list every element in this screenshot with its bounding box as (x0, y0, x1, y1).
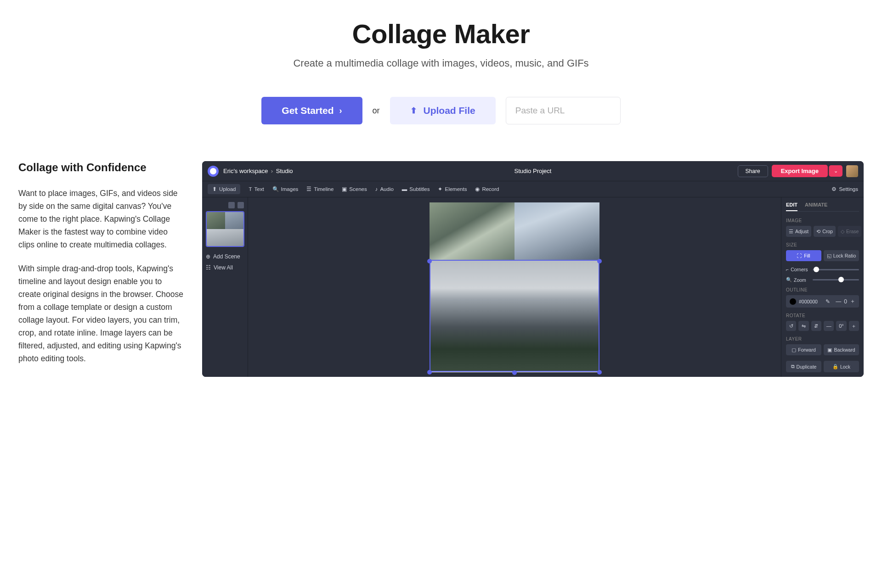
timeline-icon: ☰ (306, 186, 311, 192)
upload-file-button[interactable]: ⬆ Upload File (390, 97, 496, 124)
canvas[interactable] (430, 202, 599, 372)
add-scene-button[interactable]: ⊕Add Scene (206, 253, 244, 260)
tool-scenes[interactable]: ▣Scenes (342, 186, 367, 192)
breadcrumb-studio[interactable]: Studio (276, 168, 293, 174)
rotate-value[interactable]: 0° (836, 321, 846, 331)
scene-thumbnail[interactable] (206, 211, 244, 247)
size-section-label: SIZE (786, 242, 859, 247)
canvas-image-1[interactable] (430, 202, 514, 260)
lock-ratio-button[interactable]: ◱Lock Ratio (824, 250, 859, 261)
backward-icon: ▣ (827, 347, 832, 353)
breadcrumb[interactable]: Eric's workspace › Studio (223, 168, 293, 174)
tab-edit[interactable]: EDIT (786, 202, 797, 211)
zoom-label: Zoom (794, 277, 806, 283)
section-heading: Collage with Confidence (18, 161, 184, 174)
corners-slider[interactable] (813, 269, 859, 270)
body-paragraph-2: With simple drag-and-drop tools, Kapwing… (18, 262, 184, 365)
crop-button[interactable]: ⟲Crop (814, 226, 836, 237)
fill-icon: ⛶ (797, 253, 802, 258)
upload-icon: ⬆ (212, 186, 217, 192)
copy-icon[interactable] (228, 202, 235, 208)
body-paragraph-1: Want to place images, GIFs, and videos s… (18, 187, 184, 251)
view-all-button[interactable]: ☷View All (206, 264, 244, 271)
export-dropdown[interactable]: ⌄ (829, 165, 842, 177)
resize-handle[interactable] (597, 370, 602, 375)
editor-screenshot: Eric's workspace › Studio Studio Project… (202, 161, 864, 377)
search-icon: 🔍 (272, 186, 279, 192)
scenes-icon: ▣ (342, 186, 347, 192)
lock-button[interactable]: 🔒Lock (824, 361, 859, 372)
zoom-slider[interactable] (813, 279, 859, 280)
subtitles-icon: ▬ (402, 186, 407, 192)
corners-label: Corners (791, 267, 808, 272)
page-subtitle: Create a multimedia collage with images,… (14, 57, 868, 69)
tool-text[interactable]: TText (249, 186, 264, 192)
rotate-section-label: ROTATE (786, 313, 859, 318)
avatar[interactable] (846, 165, 858, 177)
corners-icon: ⌐ (786, 267, 789, 272)
flip-v-button[interactable]: ⇵ (811, 321, 821, 331)
lock-ratio-icon: ◱ (827, 253, 831, 258)
record-icon: ◉ (475, 186, 480, 192)
export-button[interactable]: Export Image (772, 165, 828, 177)
flip-h-button[interactable]: ⇋ (798, 321, 808, 331)
outline-section-label: OUTLINE (786, 287, 859, 292)
tool-audio[interactable]: ♪Audio (375, 186, 394, 192)
get-started-button[interactable]: Get Started › (261, 97, 362, 124)
tab-animate[interactable]: ANIMATE (805, 202, 827, 211)
forward-button[interactable]: ▢Forward (786, 344, 821, 355)
audio-icon: ♪ (375, 186, 378, 192)
upload-icon: ⬆ (410, 106, 417, 116)
or-label: or (373, 106, 380, 116)
erase-icon: ◇ (841, 229, 844, 234)
adjust-icon: ☰ (789, 229, 793, 234)
tool-timeline[interactable]: ☰Timeline (306, 186, 334, 192)
delete-icon[interactable] (237, 202, 244, 208)
tool-elements[interactable]: ✦Elements (438, 186, 467, 192)
rotate-plus-button[interactable]: ＋ (849, 321, 859, 331)
eyedropper-icon[interactable]: ✎ (825, 298, 830, 305)
canvas-image-2[interactable] (514, 202, 599, 260)
crop-icon: ⟲ (816, 229, 820, 234)
duplicate-button[interactable]: ⧉Duplicate (786, 361, 821, 372)
upload-label: Upload File (424, 105, 475, 116)
backward-button[interactable]: ▣Backward (824, 344, 859, 355)
outline-width-value[interactable]: 0 (844, 298, 847, 305)
zoom-icon: 🔍 (786, 277, 792, 283)
elements-icon: ✦ (438, 186, 442, 192)
tool-images[interactable]: 🔍Images (272, 186, 299, 192)
gear-icon: ⚙ (831, 186, 837, 192)
tool-subtitles[interactable]: ▬Subtitles (402, 186, 430, 192)
resize-handle[interactable] (427, 370, 432, 375)
rotate-minus-button[interactable]: — (824, 321, 834, 331)
lock-icon: 🔒 (832, 364, 838, 370)
outline-color-swatch[interactable] (790, 298, 796, 305)
rotate-handle[interactable] (512, 370, 517, 375)
resize-handle[interactable] (597, 259, 602, 263)
plus-icon: ⊕ (206, 253, 210, 260)
project-title[interactable]: Studio Project (514, 168, 552, 174)
app-logo[interactable] (208, 166, 219, 177)
tool-record[interactable]: ◉Record (475, 186, 499, 192)
paste-url-input[interactable] (506, 97, 621, 124)
fill-button[interactable]: ⛶Fill (786, 250, 821, 261)
page-title: Collage Maker (14, 18, 868, 49)
tool-settings[interactable]: ⚙Settings (831, 186, 858, 192)
forward-icon: ▢ (792, 347, 796, 353)
plus-icon[interactable]: ＋ (850, 297, 855, 305)
breadcrumb-sep: › (271, 168, 273, 174)
adjust-button[interactable]: ☰Adjust (786, 226, 811, 237)
outline-hex[interactable]: #000000 (799, 299, 823, 304)
list-icon: ☷ (206, 264, 211, 271)
tool-upload[interactable]: ⬆Upload (208, 184, 240, 194)
canvas-image-3-selected[interactable] (430, 260, 599, 372)
get-started-label: Get Started (282, 105, 334, 116)
rotate-ccw-button[interactable]: ↺ (786, 321, 796, 331)
erase-button[interactable]: ◇Erase (838, 226, 861, 237)
layer-section-label: LAYER (786, 336, 859, 342)
chevron-right-icon: › (339, 106, 342, 116)
breadcrumb-workspace[interactable]: Eric's workspace (223, 168, 268, 174)
duplicate-icon: ⧉ (791, 364, 795, 370)
text-icon: T (249, 186, 252, 192)
share-button[interactable]: Share (738, 165, 768, 177)
